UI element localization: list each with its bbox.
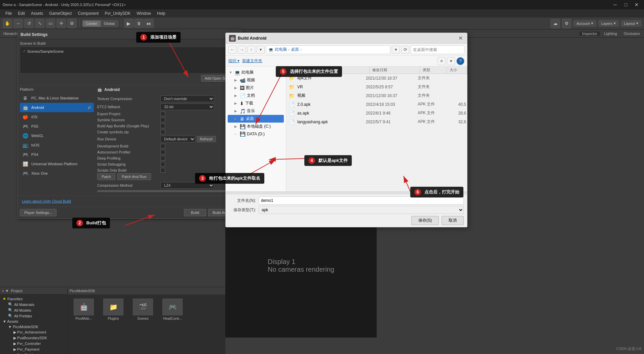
- path-desktop[interactable]: 桌面: [291, 47, 299, 52]
- tree-music[interactable]: ▶ 🎵 音乐: [228, 107, 284, 115]
- menu-component[interactable]: Component: [75, 10, 101, 16]
- platform-ios[interactable]: 🍎 iOS: [20, 112, 94, 122]
- file-row-video[interactable]: 📁 视频 2021/12/30 16:37 文件夹: [286, 91, 467, 100]
- filetype-dropdown[interactable]: apk: [259, 206, 464, 214]
- menu-window[interactable]: Window: [134, 10, 154, 16]
- bundle-checkbox[interactable]: [160, 124, 165, 128]
- run-device-dropdown[interactable]: Default device: [160, 136, 195, 142]
- nav-forward-button[interactable]: →: [238, 46, 246, 54]
- maximize-button[interactable]: □: [621, 0, 631, 9]
- autoconnect-checkbox[interactable]: [160, 150, 165, 154]
- menu-pvr-unity-sdk[interactable]: Pvr_UnitySDK: [102, 10, 133, 16]
- cloud-button[interactable]: ☁: [551, 19, 560, 28]
- transform-tool[interactable]: ✛: [56, 19, 66, 28]
- horizontal-scrollbar[interactable]: [226, 191, 467, 194]
- menu-assets[interactable]: Assets: [28, 10, 46, 16]
- platform-ps4[interactable]: 🎮 PS4: [20, 150, 94, 159]
- dialog-cancel-button[interactable]: 取消: [442, 216, 464, 225]
- pause-button[interactable]: ⏸: [134, 19, 144, 28]
- col-size[interactable]: 大小: [447, 67, 467, 74]
- patch-button[interactable]: Patch: [97, 173, 115, 180]
- dialog-close-button[interactable]: ✕: [457, 35, 464, 42]
- menu-help[interactable]: Help: [154, 10, 168, 16]
- layers-dropdown[interactable]: Layers ▾: [598, 20, 619, 27]
- nav-dropdown-button[interactable]: ▾: [257, 46, 265, 54]
- pivot-option[interactable]: Center: [83, 20, 101, 27]
- minimize-button[interactable]: ─: [610, 0, 620, 9]
- account-dropdown[interactable]: Account ▾: [573, 20, 596, 27]
- nav-back-button[interactable]: ←: [228, 46, 236, 54]
- list-view-button[interactable]: ≡: [438, 57, 446, 65]
- col-type[interactable]: 类型: [420, 67, 447, 74]
- nav-dropdown2-button[interactable]: ▾: [392, 46, 400, 54]
- layout-dropdown[interactable]: Layout ▾: [621, 20, 641, 27]
- file-row-vr[interactable]: 📁 VR 2022/5/25 8:57 文件夹: [286, 83, 467, 91]
- asset-item-pico[interactable]: 🤖 PicoMobi...: [70, 297, 97, 322]
- platform-switch-icon[interactable]: ⇄: [86, 105, 92, 110]
- help-button[interactable]: ?: [456, 57, 464, 65]
- occlusion-tab[interactable]: Occlusion: [621, 32, 643, 36]
- close-button[interactable]: ✕: [632, 0, 641, 9]
- scale-tool[interactable]: ⤡: [35, 19, 44, 28]
- refresh-button[interactable]: Refresh: [197, 136, 216, 142]
- file-row-apk[interactable]: 📁 apk文件 2021/12/30 16:37 文件夹: [286, 74, 467, 83]
- platform-uwp[interactable]: 🪟 Universal Windows Platform: [20, 159, 94, 169]
- global-option[interactable]: Global: [101, 20, 118, 27]
- tree-data-d[interactable]: ─ 💾 DATA (D:): [228, 130, 284, 138]
- platform-webgl[interactable]: 🌐 WebGL: [20, 131, 94, 140]
- compression-dropdown[interactable]: LZ4: [160, 182, 214, 189]
- settings-button[interactable]: ⚙: [562, 19, 571, 28]
- play-button[interactable]: ▶: [124, 19, 134, 28]
- rotate-tool[interactable]: ↺: [24, 19, 34, 28]
- view-dropdown-button[interactable]: ▾: [447, 57, 455, 65]
- file-row-20apk[interactable]: 📄 2.0.apk 2022/4/18 15:03 APK 文件 40,5: [286, 100, 467, 109]
- pivot-global-toggle[interactable]: Center Global: [82, 20, 118, 27]
- tree-desktop[interactable]: ▶ 🖥 桌面: [228, 115, 284, 123]
- texture-compression-dropdown[interactable]: Don't override: [160, 95, 214, 102]
- extra-tool[interactable]: ⚙: [67, 19, 77, 28]
- player-settings-button[interactable]: Player Settings...: [20, 209, 56, 216]
- refresh-nav-button[interactable]: ⟳: [401, 46, 409, 54]
- build-button[interactable]: Build: [184, 209, 206, 216]
- tree-docs[interactable]: ▶ 📄 文档: [228, 92, 284, 99]
- filename-input[interactable]: [259, 196, 464, 205]
- script-debug-checkbox[interactable]: [160, 162, 165, 167]
- asset-item-scenes[interactable]: 🎬 Scenes: [129, 297, 156, 322]
- new-folder-button[interactable]: 新建文件夹: [242, 58, 262, 64]
- file-row-lya[interactable]: 📄 langyashang.apk 2022/5/7 9:41 APK 文件 3…: [286, 118, 467, 126]
- compression-slider[interactable]: [97, 190, 240, 192]
- menu-file[interactable]: File: [3, 10, 14, 16]
- file-row-asapk[interactable]: 📄 as.apk 2022/6/1 9:46 APK 文件 28,6: [286, 109, 467, 118]
- inspector-tab[interactable]: Inspector: [579, 32, 600, 36]
- tree-downloads[interactable]: ▶ ⬇ 下载: [228, 99, 284, 107]
- rect-tool[interactable]: ▭: [46, 19, 55, 28]
- step-button[interactable]: ⏭: [144, 19, 154, 28]
- menu-edit[interactable]: Edit: [15, 10, 28, 16]
- col-name[interactable]: 名称: [286, 67, 370, 74]
- cloud-build-link[interactable]: Learn about Unity Cloud Build: [20, 198, 240, 205]
- dialog-save-button[interactable]: 保存(S): [411, 216, 439, 225]
- deep-profiling-checkbox[interactable]: [160, 156, 165, 161]
- platform-tvos[interactable]: 📺 tvOS: [20, 140, 94, 150]
- organize-button[interactable]: 组织 ▾: [228, 58, 239, 64]
- patch-and-run-button[interactable]: Patch And Run: [117, 173, 151, 180]
- scripts-only-checkbox[interactable]: [160, 168, 165, 173]
- tree-video[interactable]: ▶ 📹 视频: [228, 76, 284, 84]
- asset-item-plugins[interactable]: 📁 Plugins: [100, 297, 127, 322]
- platform-pc[interactable]: 🖥 PC, Mac & Linux Standalone: [20, 93, 94, 103]
- platform-ps5[interactable]: 🎮 PS5: [20, 122, 94, 131]
- menu-gameobject[interactable]: GameObject: [46, 10, 74, 16]
- hand-tool[interactable]: ✋: [3, 19, 12, 28]
- move-tool[interactable]: ↔: [13, 19, 23, 28]
- lighting-tab[interactable]: Lighting: [601, 32, 620, 36]
- platform-xbox[interactable]: 🎮 Xbox One: [20, 169, 94, 178]
- scene-item[interactable]: ✓ Scenes/SampleScene 0: [22, 48, 239, 54]
- tree-pictures[interactable]: ▶ 🖼 图片: [228, 84, 284, 92]
- symbols-checkbox[interactable]: [160, 130, 165, 134]
- file-search-input[interactable]: [411, 45, 464, 54]
- tree-computer[interactable]: ▼ 💻 此电脑: [228, 69, 284, 76]
- path-computer[interactable]: 此电脑: [275, 47, 287, 52]
- export-project-checkbox[interactable]: [160, 112, 165, 116]
- nav-up-button[interactable]: ↑: [247, 46, 255, 54]
- asset-item-headcontr[interactable]: 🎮 HeadContr...: [159, 297, 186, 322]
